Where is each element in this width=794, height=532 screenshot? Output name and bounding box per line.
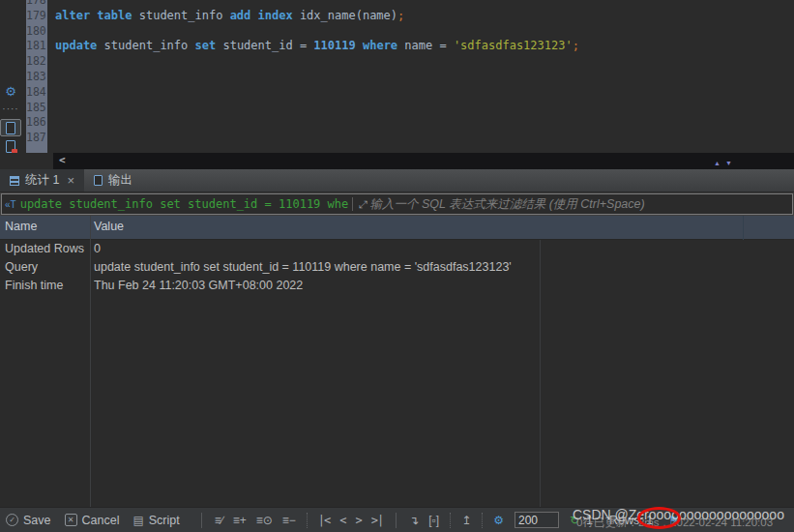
code-line[interactable] <box>55 131 794 146</box>
export-icon[interactable]: ↥ <box>461 514 471 527</box>
splitter-up-icon[interactable]: ▲ <box>714 160 720 166</box>
toolbar-divider <box>450 513 451 528</box>
cancel-label: Cancel <box>82 514 120 527</box>
sql-filter-bar[interactable]: «T update student_info set student_id = … <box>1 193 793 215</box>
sql-editor[interactable]: 178179180181182183184185186187 alter tab… <box>0 0 794 153</box>
table-grid-icon <box>10 176 19 186</box>
line-number: 182 <box>26 54 44 70</box>
line-number: 183 <box>26 70 44 85</box>
delete-row-icon[interactable]: ≡− <box>282 514 296 527</box>
filter-type-icon[interactable]: «T <box>2 199 20 210</box>
row-value: 0 <box>94 240 538 258</box>
code-token: alter table <box>55 9 132 22</box>
line-number: 185 <box>26 101 44 116</box>
horizontal-scrollbar[interactable]: < <box>53 153 794 169</box>
code-token: ; <box>397 9 404 22</box>
filter-separator <box>352 197 353 211</box>
console-file-error-icon[interactable] <box>0 137 21 153</box>
script-button[interactable]: ▤ Script <box>132 514 179 527</box>
line-number: 186 <box>26 115 44 131</box>
script-icon: ▤ <box>132 514 143 527</box>
grid-body: Updated Rows0Queryupdate student_info se… <box>0 240 794 507</box>
code-line[interactable] <box>55 101 794 116</box>
toolbar-divider <box>307 513 308 528</box>
tab-output-label: 输出 <box>108 172 132 189</box>
line-number: 178 <box>26 0 44 9</box>
column-divider[interactable] <box>743 216 744 240</box>
filter-placeholder[interactable]: 输入一个 SQL 表达式来过滤结果 (使用 Ctrl+Space) <box>369 196 644 213</box>
filter-query-text[interactable]: update student_info set student_id = 110… <box>20 197 349 211</box>
row-name: Query <box>5 258 87 277</box>
add-row-icon[interactable]: ≡+ <box>233 514 247 527</box>
scroll-left-icon[interactable]: < <box>59 154 66 166</box>
ide-window: 178179180181182183184185186187 alter tab… <box>0 0 794 532</box>
table-row[interactable]: Updated Rows0 <box>0 240 794 258</box>
prev-page-icon[interactable]: < <box>339 514 345 527</box>
edit-rows-icon[interactable]: ≡∕ <box>215 514 223 527</box>
code-token: where <box>363 39 397 52</box>
code-line[interactable] <box>55 24 794 40</box>
drag-dots-icon[interactable]: ···· <box>0 101 21 118</box>
toolbar-divider <box>201 513 202 528</box>
code-token: student_info <box>132 9 229 22</box>
column-header-value[interactable]: Value <box>94 220 124 233</box>
first-page-icon[interactable]: |< <box>318 514 330 527</box>
close-icon[interactable]: × <box>67 173 74 188</box>
line-number: 181 <box>26 39 44 54</box>
script-label: Script <box>149 514 180 527</box>
expand-icon[interactable]: ⤢ <box>359 198 368 211</box>
grid-header[interactable]: Name Value <box>0 216 794 240</box>
gear-icon: ⚙ <box>5 84 16 99</box>
file-error-icon <box>6 140 15 153</box>
console-file-icon-selected[interactable] <box>0 119 21 136</box>
settings-gear-icon[interactable]: ⚙ <box>493 514 504 527</box>
gutter: 178179180181182183184185186187 <box>26 0 47 153</box>
code-line[interactable] <box>55 0 794 9</box>
code-line[interactable] <box>55 115 794 131</box>
code-token: idx_name(name) <box>293 9 397 22</box>
code-line[interactable] <box>55 70 794 85</box>
line-number: 180 <box>26 24 44 40</box>
code-line[interactable] <box>55 54 794 70</box>
tab-output[interactable]: 输出 <box>84 169 142 192</box>
code-token: set <box>195 39 217 52</box>
row-name: Updated Rows <box>5 240 87 258</box>
dots-icon: ···· <box>2 107 18 111</box>
code-area[interactable]: alter table student_info add index idx_n… <box>55 0 794 146</box>
gutter-line-numbers: 178179180181182183184185186187 <box>26 0 44 146</box>
code-token: 110119 <box>313 39 355 52</box>
column-header-name[interactable]: Name <box>5 220 37 233</box>
view-row-icon[interactable]: [▫] <box>428 514 439 527</box>
code-token: update <box>55 39 97 52</box>
line-number: 184 <box>26 85 44 101</box>
result-tabbar: 统计 1 × 输出 <box>0 169 794 192</box>
services-gear-icon[interactable]: ⚙ <box>0 82 21 100</box>
code-line[interactable]: alter table student_info add index idx_n… <box>55 9 794 24</box>
row-value: update student_info set student_id = 110… <box>94 258 538 277</box>
tab-statistics[interactable]: 统计 1 × <box>0 169 84 192</box>
save-label: Save <box>23 514 51 527</box>
code-token: 'sdfasdfas123123' <box>454 39 573 52</box>
code-token: add index <box>230 9 293 22</box>
row-value: Thu Feb 24 11:20:03 GMT+08:00 2022 <box>94 277 538 295</box>
next-page-icon[interactable]: > <box>356 514 362 527</box>
code-line[interactable]: update student_info set student_id = 110… <box>55 39 794 54</box>
toolbar-divider <box>396 513 397 528</box>
save-button[interactable]: ✓ Save <box>6 514 51 527</box>
table-row[interactable]: Finish timeThu Feb 24 11:20:03 GMT+08:00… <box>0 277 794 295</box>
go-to-row-icon[interactable]: ↴ <box>409 514 419 527</box>
code-line[interactable] <box>55 85 794 101</box>
code-token: name = <box>397 39 454 52</box>
table-row[interactable]: Queryupdate student_info set student_id … <box>0 258 794 277</box>
cancel-button[interactable]: ✕ Cancel <box>65 514 120 527</box>
last-page-icon[interactable]: >| <box>371 514 383 527</box>
line-number: 187 <box>26 131 44 146</box>
page-size-input[interactable] <box>515 512 559 528</box>
tab-statistics-label: 统计 1 <box>25 172 59 189</box>
splitter-down-icon[interactable]: ▼ <box>725 160 732 166</box>
results-grid: Name Value Updated Rows0Queryupdate stud… <box>0 216 794 507</box>
code-token <box>356 39 363 52</box>
code-token: student_id = <box>216 39 313 52</box>
cancel-x-icon: ✕ <box>65 514 77 526</box>
revert-row-icon[interactable]: ≡⊙ <box>256 514 273 527</box>
